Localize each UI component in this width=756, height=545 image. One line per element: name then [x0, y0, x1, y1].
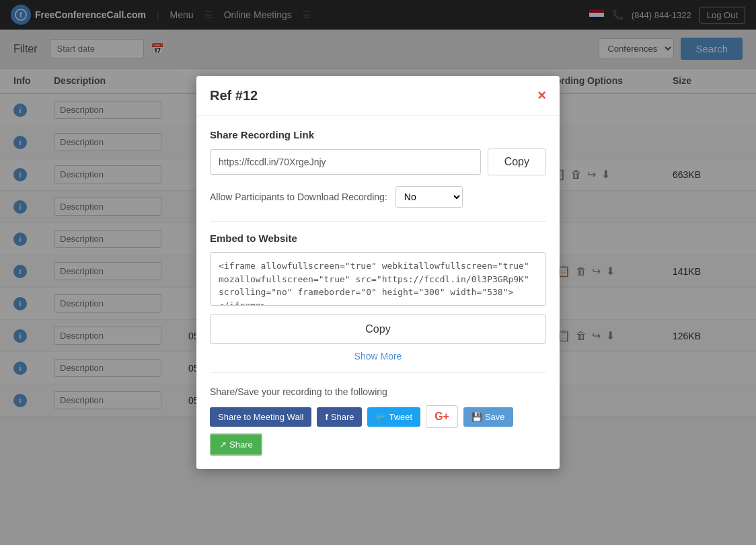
save-button[interactable]: 💾 Save	[463, 407, 513, 417]
modal-overlay[interactable]: Ref #12 × Share Recording Link Copy Allo…	[0, 0, 756, 417]
twitter-share-button[interactable]: 🐦 Tweet	[367, 407, 420, 417]
share-link-section-title: Share Recording Link	[210, 129, 546, 140]
modal-divider-2	[210, 372, 546, 373]
facebook-share-button[interactable]: f Share	[317, 407, 362, 417]
facebook-icon: f	[325, 412, 328, 417]
share-buttons-row: Share to Meeting Wall f Share 🐦 Tweet G+…	[210, 405, 546, 417]
modal-body: Share Recording Link Copy Allow Particip…	[196, 116, 560, 417]
copy-link-button[interactable]: Copy	[488, 149, 546, 175]
share-link-row: Copy	[210, 149, 546, 175]
copy-embed-button[interactable]: Copy	[210, 315, 546, 344]
share-to-meeting-wall-button[interactable]: Share to Meeting Wall	[210, 407, 311, 417]
modal-header: Ref #12 ×	[196, 76, 560, 116]
show-more-link[interactable]: Show More	[354, 351, 402, 362]
embed-code-textarea[interactable]: <iframe allowfullscreen="true" webkitall…	[210, 252, 546, 306]
twitter-icon: 🐦	[375, 412, 386, 417]
allow-download-select[interactable]: No Yes	[395, 186, 463, 208]
google-plus-share-button[interactable]: G+	[426, 405, 458, 417]
share-save-title: Share/Save your recording to the followi…	[210, 386, 546, 397]
modal-close-button[interactable]: ×	[537, 87, 546, 104]
share-link-input[interactable]	[210, 149, 481, 175]
share-modal: Ref #12 × Share Recording Link Copy Allo…	[196, 76, 560, 417]
modal-divider	[210, 221, 546, 222]
modal-title: Ref #12	[210, 88, 258, 103]
show-more-container: Show More	[210, 351, 546, 362]
allow-download-label: Allow Participants to Download Recording…	[210, 192, 387, 202]
save-icon: 💾	[471, 412, 482, 417]
allow-download-row: Allow Participants to Download Recording…	[210, 186, 546, 208]
embed-section-title: Embed to Website	[210, 233, 546, 244]
